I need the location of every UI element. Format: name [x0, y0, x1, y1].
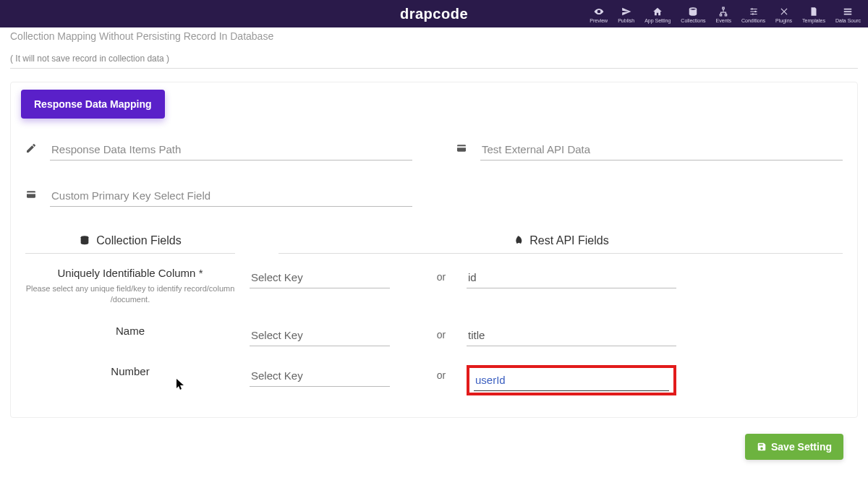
nav-label: Collections [681, 18, 705, 23]
mapping-table: Uniquely Identifiable Column * Please se… [25, 267, 843, 395]
save-icon [757, 442, 767, 452]
eye-icon [593, 7, 605, 17]
mapping-row: Number or [25, 365, 843, 395]
nav-events[interactable]: Events [716, 7, 731, 23]
page-subtitle: ( It will not save record in collection … [10, 53, 858, 64]
svg-rect-4 [457, 146, 466, 147]
test-api-input[interactable] [480, 139, 843, 160]
sitemap-icon [718, 7, 729, 17]
brand-logo: drapcode [400, 6, 468, 22]
nav-label: Plugins [775, 18, 792, 23]
database-icon [687, 7, 699, 17]
send-icon [621, 7, 632, 17]
svg-point-2 [752, 13, 753, 14]
page-body: Collection Mapping Without Persisting Re… [0, 27, 868, 467]
rest-api-fields-heading: Rest API Fields [278, 234, 843, 254]
nav-preview[interactable]: Preview [590, 7, 608, 23]
svg-rect-5 [27, 191, 35, 197]
nav-label: Events [716, 18, 731, 23]
nav-label: Conditions [741, 18, 765, 23]
collection-fields-heading: Collection Fields [25, 234, 235, 254]
svg-point-0 [751, 8, 752, 9]
api-field-input[interactable] [467, 267, 676, 288]
nav-plugins[interactable]: Plugins [775, 7, 792, 23]
or-separator: or [430, 365, 452, 381]
api-field-input-userid[interactable] [474, 369, 669, 391]
nav-label: App Setting [644, 18, 671, 23]
pencil-icon [25, 142, 40, 157]
svg-point-1 [754, 10, 756, 12]
tab-response-data-mapping[interactable]: Response Data Mapping [21, 90, 165, 119]
nav-conditions[interactable]: Conditions [741, 7, 765, 23]
primary-key-field [25, 185, 412, 207]
nav-label: Publish [618, 18, 634, 23]
or-separator: or [430, 267, 452, 283]
select-key-input[interactable] [250, 267, 390, 288]
nav-items: Preview Publish App Setting Collections … [590, 5, 861, 23]
save-setting-button[interactable]: Save Setting [745, 434, 843, 460]
home-icon [652, 7, 663, 17]
highlighted-field [467, 365, 676, 395]
nav-collections[interactable]: Collections [681, 7, 705, 23]
card-icon [25, 189, 40, 203]
tools-icon [778, 7, 790, 17]
or-separator: or [430, 325, 452, 341]
rocket-icon [512, 235, 524, 247]
svg-rect-6 [27, 192, 35, 194]
nav-publish[interactable]: Publish [618, 7, 634, 23]
nav-label: Templates [802, 18, 825, 23]
page-header: Collection Mapping Without Persisting Re… [10, 27, 858, 69]
mapping-field-help: Please select any unique field/key to id… [25, 283, 235, 306]
nav-label: Data Sourc [835, 18, 861, 23]
mapping-row: Uniquely Identifiable Column * Please se… [25, 267, 843, 306]
mapping-field-label: Uniquely Identifiable Column * [25, 267, 235, 279]
nav-app-setting[interactable]: App Setting [644, 7, 671, 23]
test-api-field [456, 139, 843, 160]
mapping-card: Response Data Mapping [10, 82, 858, 418]
mapping-field-label: Number [25, 365, 235, 377]
sliders-icon [748, 7, 760, 17]
select-key-input[interactable] [250, 365, 390, 387]
top-navbar: drapcode Preview Publish App Setting Col… [0, 0, 868, 27]
nav-data-source[interactable]: Data Sourc [835, 7, 861, 23]
nav-templates[interactable]: Templates [802, 7, 825, 23]
api-field-input[interactable] [467, 325, 676, 346]
select-key-input[interactable] [250, 325, 390, 346]
card-icon [456, 142, 470, 157]
response-path-input[interactable] [50, 139, 412, 160]
save-button-label: Save Setting [771, 441, 832, 453]
response-path-field [25, 139, 412, 160]
file-icon [808, 7, 820, 17]
menu-icon [842, 7, 854, 17]
page-title-truncated: Collection Mapping Without Persisting Re… [10, 30, 858, 42]
svg-rect-3 [457, 145, 466, 151]
mapping-row: Name or [25, 325, 843, 346]
database-icon [79, 235, 90, 247]
mapping-field-label: Name [25, 325, 235, 337]
nav-label: Preview [590, 18, 608, 23]
primary-key-input[interactable] [50, 185, 412, 207]
